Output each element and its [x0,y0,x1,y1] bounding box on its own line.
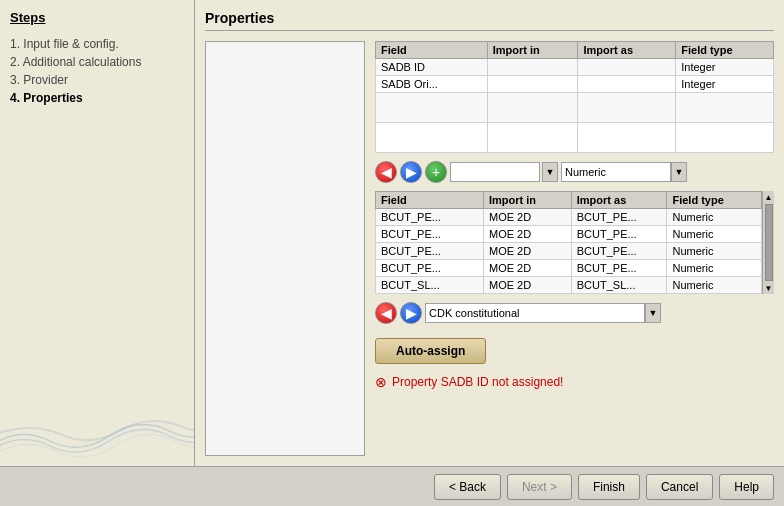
sidebar-title: Steps [10,10,184,25]
content-title: Properties [205,10,774,31]
top-col-field: Field [376,42,488,59]
scroll-thumb[interactable] [765,204,773,281]
top-row1-field: SADB Ori... [376,76,488,93]
top-toolbar-type-dropdown-btn[interactable]: ▼ [671,162,687,182]
bot-red-left-icon: ◀ [381,305,392,321]
bot-blue-right-icon: ▶ [406,305,417,321]
content-area: Properties Field Import in Import as Fie… [195,0,784,466]
bot-table-row-3[interactable]: BCUT_PE... MOE 2D BCUT_PE... Numeric [376,260,762,277]
finish-button[interactable]: Finish [578,474,640,500]
cancel-button[interactable]: Cancel [646,474,713,500]
scroll-up-icon: ▲ [765,193,773,202]
preview-panel [205,41,365,456]
bot-row0-import-in: MOE 2D [484,209,572,226]
bottom-table-scrollbar[interactable]: ▲ ▼ [762,191,774,294]
bot-toolbar-forward-btn[interactable]: ▶ [400,302,422,324]
bottom-nav-bar: < Back Next > Finish Cancel Help [0,466,784,506]
top-table-empty-row [376,93,774,123]
bottom-toolbar: ◀ ▶ ▼ [375,300,774,326]
bot-row4-field-type: Numeric [667,277,762,294]
bot-toolbar-back-btn[interactable]: ◀ [375,302,397,324]
top-toolbar-back-btn[interactable]: ◀ [375,161,397,183]
type-dropdown-icon: ▼ [675,167,684,177]
top-table-row-1[interactable]: SADB Ori... Integer [376,76,774,93]
bot-row1-import-in: MOE 2D [484,226,572,243]
top-row1-field-type: Integer [676,76,774,93]
next-button[interactable]: Next > [507,474,572,500]
bot-row4-import-in: MOE 2D [484,277,572,294]
step-1-number: 1. [10,37,20,51]
top-toolbar-type-input[interactable] [561,162,671,182]
top-toolbar-input[interactable] [450,162,540,182]
red-left-icon: ◀ [381,164,392,180]
top-toolbar-type-group: ▼ [561,162,687,182]
steps-list: 1. Input file & config. 2. Additional ca… [10,35,184,107]
help-button[interactable]: Help [719,474,774,500]
bot-table-row-4[interactable]: BCUT_SL... MOE 2D BCUT_SL... Numeric [376,277,762,294]
warning-row: ⊗ Property SADB ID not assigned! [375,374,774,390]
back-button[interactable]: < Back [434,474,501,500]
bot-toolbar-type-input[interactable] [425,303,645,323]
top-row1-import-in [487,76,578,93]
scroll-down-icon: ▼ [765,284,773,293]
bot-col-import-in: Import in [484,192,572,209]
top-toolbar-add-btn[interactable]: + [425,161,447,183]
bot-toolbar-type-group: ▼ [425,303,661,323]
bottom-table-container: Field Import in Import as Field type BCU… [375,191,774,294]
step-4-number: 4. [10,91,20,105]
wave-decoration [0,366,194,466]
bot-row3-field: BCUT_PE... [376,260,484,277]
top-properties-table: Field Import in Import as Field type SAD… [375,41,774,153]
step-2-label: Additional calculations [23,55,142,69]
step-1-label: Input file & config. [23,37,118,51]
bot-row4-import-as: BCUT_SL... [571,277,667,294]
step-1: 1. Input file & config. [10,35,184,53]
bot-row2-field: BCUT_PE... [376,243,484,260]
bot-row3-field-type: Numeric [667,260,762,277]
bot-row1-import-as: BCUT_PE... [571,226,667,243]
bot-row3-import-in: MOE 2D [484,260,572,277]
top-col-import-as: Import as [578,42,676,59]
top-col-field-type: Field type [676,42,774,59]
step-3: 3. Provider [10,71,184,89]
bot-row3-import-as: BCUT_PE... [571,260,667,277]
bot-row4-field: BCUT_SL... [376,277,484,294]
bot-row2-import-as: BCUT_PE... [571,243,667,260]
warning-icon: ⊗ [375,374,387,390]
step-4-label: Properties [23,91,82,105]
scroll-down-arrow[interactable]: ▼ [764,282,774,294]
top-row0-field: SADB ID [376,59,488,76]
step-2-number: 2. [10,55,20,69]
auto-assign-button[interactable]: Auto-assign [375,338,486,364]
bot-col-field-type: Field type [667,192,762,209]
top-table-row-0[interactable]: SADB ID Integer [376,59,774,76]
top-table-empty-row2 [376,123,774,153]
step-2: 2. Additional calculations [10,53,184,71]
top-table-container: Field Import in Import as Field type SAD… [375,41,774,153]
bot-col-import-as: Import as [571,192,667,209]
top-toolbar-forward-btn[interactable]: ▶ [400,161,422,183]
dropdown-icon: ▼ [546,167,555,177]
green-plus-icon: + [432,164,440,180]
scroll-up-arrow[interactable]: ▲ [764,191,774,203]
top-toolbar: ◀ ▶ + ▼ [375,159,774,185]
bot-col-field: Field [376,192,484,209]
blue-right-icon: ▶ [406,164,417,180]
bot-row2-import-in: MOE 2D [484,243,572,260]
top-row0-field-type: Integer [676,59,774,76]
properties-body: Field Import in Import as Field type SAD… [205,41,774,456]
top-toolbar-input-group: ▼ [450,162,558,182]
bot-table-row-0[interactable]: BCUT_PE... MOE 2D BCUT_PE... Numeric [376,209,762,226]
bot-table-row-1[interactable]: BCUT_PE... MOE 2D BCUT_PE... Numeric [376,226,762,243]
bot-row0-field-type: Numeric [667,209,762,226]
top-row1-import-as [578,76,676,93]
top-row0-import-as [578,59,676,76]
bot-type-dropdown-icon: ▼ [649,308,658,318]
bot-row0-field: BCUT_PE... [376,209,484,226]
bot-toolbar-type-dropdown-btn[interactable]: ▼ [645,303,661,323]
bot-table-row-2[interactable]: BCUT_PE... MOE 2D BCUT_PE... Numeric [376,243,762,260]
top-toolbar-dropdown-btn[interactable]: ▼ [542,162,558,182]
bot-row1-field-type: Numeric [667,226,762,243]
top-col-import-in: Import in [487,42,578,59]
step-3-number: 3. [10,73,20,87]
